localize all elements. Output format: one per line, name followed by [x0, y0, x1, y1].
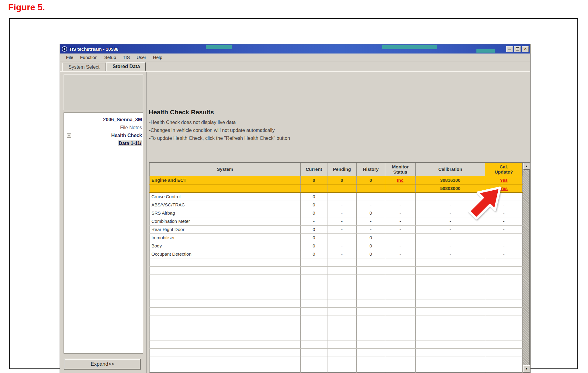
- cell-history: [357, 307, 385, 316]
- cell-calibration: [416, 332, 485, 340]
- table-row: Body0-0---: [150, 242, 523, 250]
- figure-label: Figure 5.: [8, 2, 45, 12]
- cell-system: [150, 266, 301, 275]
- menu-item-function[interactable]: Function: [77, 54, 101, 60]
- tab-system-select[interactable]: System Select: [62, 63, 105, 71]
- cell-current: 0: [301, 233, 327, 242]
- cell-monitor: -: [385, 209, 416, 217]
- cell-current: -: [301, 217, 327, 225]
- cell-cal_update: -: [485, 242, 523, 250]
- cell-calibration: [416, 299, 485, 307]
- cell-calibration: [416, 340, 485, 348]
- expand-button[interactable]: Expand>>: [64, 359, 140, 369]
- cell-pending: [327, 348, 357, 357]
- table-row-empty: [150, 307, 523, 316]
- minimize-button[interactable]: [506, 46, 513, 52]
- content-area: 2006_Sienna_3MFile Notes−Health CheckDat…: [60, 72, 530, 373]
- cell-calibration: -: [416, 242, 485, 250]
- cell-current: [301, 266, 327, 275]
- cell-cal_update: [485, 332, 523, 340]
- cell-current: [301, 299, 327, 307]
- cell-current: 0: [301, 225, 327, 233]
- cell-cal_update: [485, 365, 523, 373]
- table-row-empty: [150, 258, 523, 266]
- cell-pending: [327, 365, 357, 373]
- sidebar-top-panel: [64, 74, 143, 110]
- cell-current: [301, 365, 327, 373]
- cell-monitor: [385, 258, 416, 266]
- menu-item-file[interactable]: File: [63, 54, 76, 60]
- cell-monitor: Inc: [385, 176, 416, 184]
- cell-pending: [327, 316, 357, 324]
- cell-monitor: -: [385, 250, 416, 258]
- table-scrollbar[interactable]: ▲ ▼: [523, 163, 529, 372]
- cell-current: [301, 332, 327, 340]
- cell-current: [301, 307, 327, 316]
- menu-item-help[interactable]: Help: [150, 54, 165, 60]
- cell-system: [150, 299, 301, 307]
- cell-system: [150, 332, 301, 340]
- titlebar: T TIS techstream - 10588 ✕: [60, 44, 530, 54]
- monitor-status-link[interactable]: Inc: [397, 178, 404, 183]
- cell-current: 0: [301, 209, 327, 217]
- tree-spacer: [64, 113, 143, 116]
- cell-monitor: -: [385, 225, 416, 233]
- tree-item-file-notes[interactable]: File Notes: [64, 124, 143, 132]
- tree-item-data-1-11-[interactable]: Data 1-11/: [64, 140, 143, 147]
- cell-history: -: [357, 225, 385, 233]
- figure-border-box: T TIS techstream - 10588 ✕ FileFunctionS…: [9, 18, 578, 369]
- cell-history: 0: [357, 242, 385, 250]
- cell-system: [150, 348, 301, 357]
- cell-pending: 0: [327, 176, 357, 184]
- cell-current: 0: [301, 201, 327, 209]
- cell-system: Cruise Control: [150, 192, 301, 201]
- cell-history: [357, 283, 385, 291]
- sidebar-divider: [146, 72, 147, 373]
- cell-current: 0: [301, 242, 327, 250]
- cell-calibration: [416, 316, 485, 324]
- menu-item-tis[interactable]: TIS: [120, 54, 133, 60]
- cell-cal_update: [485, 283, 523, 291]
- note-line: -To update Health Check, click the "Refr…: [149, 134, 290, 142]
- cell-history: [357, 324, 385, 332]
- close-button[interactable]: ✕: [522, 46, 529, 52]
- cell-system: [150, 275, 301, 283]
- cell-current: [301, 324, 327, 332]
- cell-monitor: [385, 357, 416, 365]
- menu-item-user[interactable]: User: [133, 54, 149, 60]
- health-check-notes: -Health Check does not display live data…: [149, 119, 290, 142]
- menu-item-setup[interactable]: Setup: [101, 54, 119, 60]
- tree-item-health-check[interactable]: −Health Check: [64, 132, 143, 140]
- cell-cal_update: [485, 357, 523, 365]
- table-row-empty: [150, 357, 523, 365]
- cell-calibration: [416, 348, 485, 357]
- app-window: T TIS techstream - 10588 ✕ FileFunctionS…: [60, 44, 531, 373]
- cell-current: 0: [301, 192, 327, 201]
- cell-cal_update: [485, 266, 523, 275]
- cell-current: 0: [301, 250, 327, 258]
- maximize-button[interactable]: [514, 46, 521, 52]
- cell-current: [301, 291, 327, 299]
- cell-current: [301, 340, 327, 348]
- table-row: Occupant Detection0-0---: [150, 250, 523, 258]
- cell-pending: [327, 184, 357, 192]
- cell-monitor: -: [385, 233, 416, 242]
- cell-system: Rear Right Door: [150, 225, 301, 233]
- cell-system: [150, 324, 301, 332]
- scroll-up-button[interactable]: ▲: [523, 163, 530, 170]
- cell-current: [301, 357, 327, 365]
- cell-current: [301, 184, 327, 192]
- tree-item-2006-sienna-3m[interactable]: 2006_Sienna_3M: [64, 116, 143, 124]
- cell-pending: -: [327, 217, 357, 225]
- cell-monitor: [385, 332, 416, 340]
- tree-item-label: Data 1-11/: [118, 140, 142, 146]
- scroll-down-button[interactable]: ▼: [523, 365, 530, 372]
- table-row-empty: [150, 275, 523, 283]
- cell-monitor: -: [385, 201, 416, 209]
- tab-stored-data[interactable]: Stored Data: [106, 62, 146, 71]
- table-row-empty: [150, 316, 523, 324]
- cell-history: [357, 258, 385, 266]
- note-line: -Changes in vehicle condition will not u…: [149, 126, 290, 134]
- cell-current: [301, 348, 327, 357]
- tree-collapse-icon[interactable]: −: [67, 133, 71, 138]
